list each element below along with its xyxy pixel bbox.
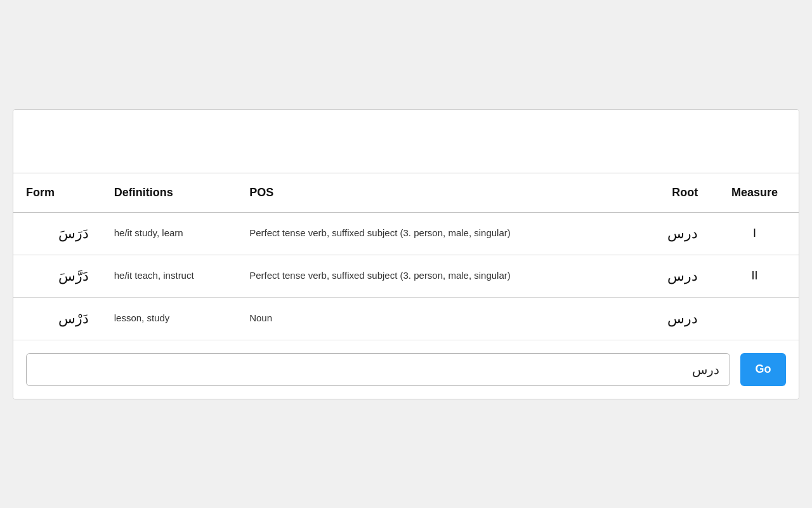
main-container: Form Definitions POS Root Measure دَرَسَ… [13, 109, 799, 399]
col-header-pos: POS [237, 173, 629, 213]
col-header-definitions: Definitions [102, 173, 237, 213]
cell-pos: Perfect tense verb, suffixed subject (3.… [237, 212, 629, 255]
cell-measure [710, 297, 799, 340]
top-bar [13, 110, 799, 173]
col-header-measure: Measure [710, 173, 799, 213]
cell-definitions: lesson, study [102, 297, 237, 340]
col-header-form: Form [13, 173, 102, 213]
cell-measure: I [710, 212, 799, 255]
cell-definitions: he/it teach, instruct [102, 255, 237, 297]
cell-root: درس [629, 212, 710, 255]
cell-root: درس [629, 297, 710, 340]
cell-definitions: he/it study, learn [102, 212, 237, 255]
cell-form: دَرْس [13, 297, 102, 340]
col-header-root: Root [629, 173, 710, 213]
table-row: دَرَّسَhe/it teach, instructPerfect tens… [13, 255, 799, 297]
cell-form: دَرَسَ [13, 212, 102, 255]
table-container: Form Definitions POS Root Measure دَرَسَ… [13, 173, 799, 340]
go-button[interactable]: Go [740, 353, 786, 386]
cell-pos: Noun [237, 297, 629, 340]
table-row: دَرْسlesson, studyNounدرس [13, 297, 799, 340]
cell-root: درس [629, 255, 710, 297]
table-row: دَرَسَhe/it study, learnPerfect tense ve… [13, 212, 799, 255]
search-bar-container: Go [13, 340, 799, 399]
cell-form: دَرَّسَ [13, 255, 102, 297]
table-header-row: Form Definitions POS Root Measure [13, 173, 799, 213]
cell-measure: II [710, 255, 799, 297]
results-table: Form Definitions POS Root Measure دَرَسَ… [13, 173, 799, 340]
search-input[interactable] [26, 353, 730, 386]
cell-pos: Perfect tense verb, suffixed subject (3.… [237, 255, 629, 297]
